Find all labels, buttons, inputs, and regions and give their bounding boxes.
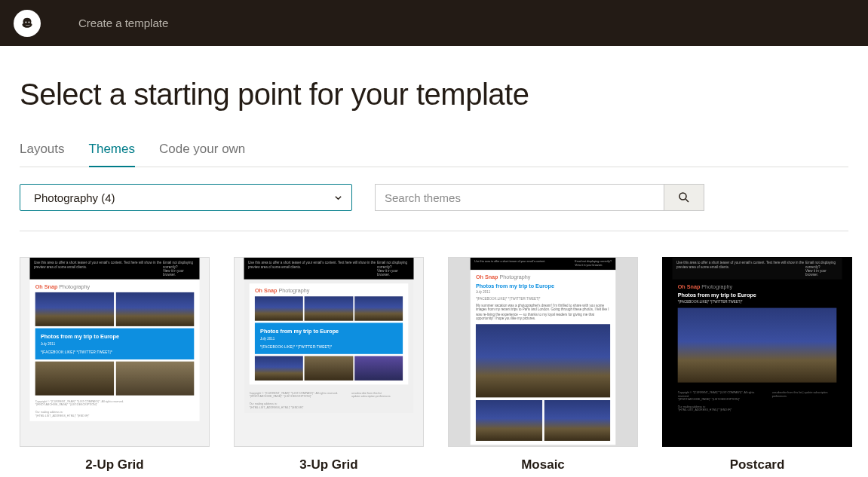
dropdown-selected: Photography (4): [34, 191, 115, 204]
mailchimp-logo[interactable]: [14, 10, 41, 37]
template-thumbnail: Use this area to offer a short teaser of…: [662, 257, 852, 447]
template-card-3up[interactable]: Use this area to offer a short teaser of…: [234, 257, 424, 472]
template-grid: Use this area to offer a short teaser of…: [20, 257, 848, 472]
tab-code-your-own[interactable]: Code your own: [159, 142, 245, 167]
search-input[interactable]: [375, 184, 664, 211]
svg-point-1: [679, 193, 686, 200]
template-thumbnail: Use this area to offer a short teaser of…: [234, 257, 424, 447]
page-title: Select a starting point for your templat…: [20, 78, 848, 112]
header-title: Create a template: [78, 17, 168, 29]
app-header: Create a template: [0, 0, 868, 46]
template-name: Mosaic: [448, 457, 638, 472]
template-card-mosaic[interactable]: Use this area to offer a short teaser of…: [448, 257, 638, 472]
template-name: 2-Up Grid: [20, 457, 210, 472]
filter-controls: Photography (4): [20, 184, 848, 231]
monkey-icon: [17, 14, 37, 33]
template-name: Postcard: [662, 457, 852, 472]
template-thumbnail: Use this area to offer a short teaser of…: [448, 257, 638, 447]
search-group: [375, 184, 704, 211]
template-thumbnail: Use this area to offer a short teaser of…: [20, 257, 210, 447]
search-icon: [677, 191, 691, 204]
main-content: Select a starting point for your templat…: [0, 46, 868, 477]
tab-layouts[interactable]: Layouts: [20, 142, 65, 167]
chevron-down-icon: [334, 194, 342, 202]
template-card-2up[interactable]: Use this area to offer a short teaser of…: [20, 257, 210, 472]
category-dropdown[interactable]: Photography (4): [20, 184, 352, 211]
search-button[interactable]: [664, 184, 704, 211]
template-name: 3-Up Grid: [234, 457, 424, 472]
tabs: Layouts Themes Code your own: [20, 142, 848, 167]
tab-themes[interactable]: Themes: [89, 142, 135, 167]
svg-line-2: [686, 199, 689, 202]
template-card-postcard[interactable]: Use this area to offer a short teaser of…: [662, 257, 852, 472]
